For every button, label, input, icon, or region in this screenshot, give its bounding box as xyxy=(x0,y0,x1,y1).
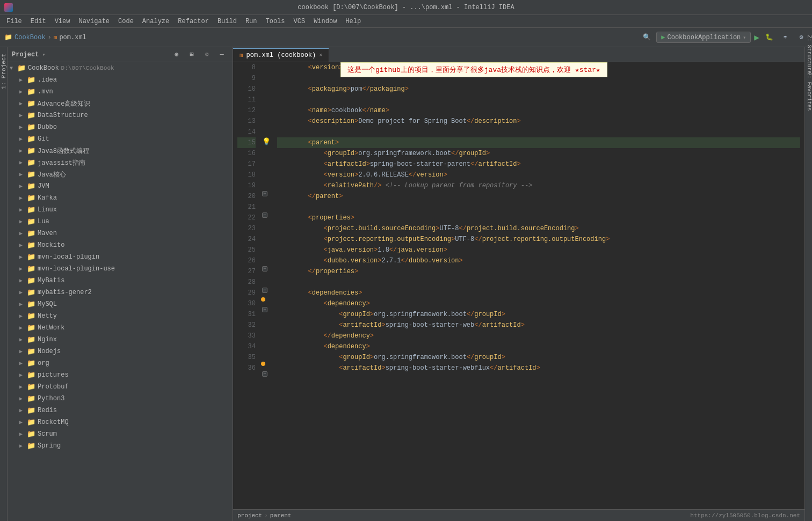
fold-marker-line34[interactable]: − xyxy=(262,371,267,377)
netty-label: Netty xyxy=(38,312,57,320)
settings-icon[interactable]: ⚙ xyxy=(200,48,213,61)
tree-item-javacore[interactable]: ▶ 📁 Java核心 xyxy=(8,168,233,180)
lua-folder-icon: 📁 xyxy=(27,217,35,226)
tree-item-kafka[interactable]: ▶ 📁 Kafka xyxy=(8,192,233,204)
tree-item-mysql[interactable]: ▶ 📁 MySQL xyxy=(8,298,233,310)
expand-all-icon[interactable]: ⊞ xyxy=(185,48,198,61)
tree-item-scrum[interactable]: ▶ 📁 Scrum xyxy=(8,428,233,440)
linux-arrow: ▶ xyxy=(19,207,27,213)
tree-item-mvnpluginuse[interactable]: ▶ 📁 mvn-local-plugin-use xyxy=(8,263,233,275)
locate-icon[interactable]: ⊕ xyxy=(170,48,183,61)
breadcrumb-sep-1: › xyxy=(264,512,268,519)
structure-tab-vertical[interactable]: Z: Structure xyxy=(803,34,812,74)
tree-item-mockito[interactable]: ▶ 📁 Mockito xyxy=(8,239,233,251)
tree-item-javassist[interactable]: ▶ 📁 javassist指南 xyxy=(8,157,233,168)
tree-item-nginx[interactable]: ▶ 📁 Nginx xyxy=(8,334,233,346)
menu-run[interactable]: Run xyxy=(241,17,262,26)
maven-label: Maven xyxy=(38,230,57,237)
tree-item-java8[interactable]: ▶ 📁 Java8函数式编程 xyxy=(8,145,233,157)
protobuf-folder-icon: 📁 xyxy=(27,383,35,391)
javacore-folder-icon: 📁 xyxy=(27,170,35,179)
sidebar-dropdown-icon[interactable]: ▾ xyxy=(42,52,45,58)
tree-item-spring[interactable]: ▶ 📁 Spring xyxy=(8,440,233,452)
tree-item-linux[interactable]: ▶ 📁 Linux xyxy=(8,204,233,216)
project-tab-vertical[interactable]: 1: Project xyxy=(0,49,8,93)
tree-item-network[interactable]: ▶ 📁 NetWork xyxy=(8,322,233,334)
menu-help[interactable]: Help xyxy=(341,17,365,26)
menu-navigate[interactable]: Navigate xyxy=(74,17,114,26)
debug-icon[interactable]: 🐛 xyxy=(763,31,775,44)
tree-item-git[interactable]: ▶ 📁 Git xyxy=(8,133,233,145)
fold-marker-line30[interactable]: − xyxy=(262,307,267,312)
lua-arrow: ▶ xyxy=(19,218,27,225)
menu-file[interactable]: File xyxy=(2,17,26,26)
left-tabs: 1: Project xyxy=(0,47,8,521)
menu-refactor[interactable]: Refactor xyxy=(173,17,213,26)
editor-tab-pom[interactable]: m pom.xml (cookbook) × xyxy=(233,48,329,62)
menu-window[interactable]: Window xyxy=(309,17,341,26)
git-label: Git xyxy=(38,135,49,143)
breadcrumb-project[interactable]: project xyxy=(237,512,262,519)
fold-marker-line22[interactable]: − xyxy=(262,212,267,218)
menu-bar: File Edit View Navigate Code Analyze Ref… xyxy=(0,15,812,28)
code-line-17: <artifactId>spring-boot-starter-parent</… xyxy=(277,159,800,170)
pom-tab-close[interactable]: × xyxy=(319,53,322,58)
menu-view[interactable]: View xyxy=(50,17,75,26)
search-everywhere-icon[interactable]: 🔍 xyxy=(640,31,653,44)
tree-item-mvnplugin[interactable]: ▶ 📁 mvn-local-plugin xyxy=(8,251,233,263)
tree-item-rocketmq[interactable]: ▶ 📁 RocketMQ xyxy=(8,416,233,428)
tree-item-protobuf[interactable]: ▶ 📁 Protobuf xyxy=(8,381,233,393)
run-config-label: CookbookApplication xyxy=(668,34,741,41)
tree-item-nodejs[interactable]: ▶ 📁 Nodejs xyxy=(8,346,233,357)
code-line-32: <artifactId>spring-boot-starter-web</art… xyxy=(277,320,800,331)
tree-item-advance[interactable]: ▶ 📁 Advance高级知识 xyxy=(8,98,233,109)
tree-item-jvm[interactable]: ▶ 📁 JVM xyxy=(8,180,233,192)
editor-tabs: m pom.xml (cookbook) × xyxy=(233,47,804,62)
intellij-logo xyxy=(4,3,13,12)
coverage-icon[interactable]: ☂ xyxy=(779,31,792,44)
run-button[interactable]: ▶ xyxy=(754,32,759,43)
rocketmq-label: RocketMQ xyxy=(38,419,69,426)
menu-vcs[interactable]: VCS xyxy=(289,17,310,26)
breadcrumb-parent[interactable]: parent xyxy=(270,512,292,519)
tree-item-org[interactable]: ▶ 📁 org xyxy=(8,357,233,369)
menu-analyze[interactable]: Analyze xyxy=(138,17,173,26)
close-sidebar-icon[interactable]: — xyxy=(215,48,228,61)
fold-marker-line20[interactable]: − xyxy=(262,191,267,196)
mvn-folder-icon: 📁 xyxy=(27,87,35,96)
run-config-dropdown[interactable]: ▶ CookbookApplication ▾ xyxy=(656,32,751,43)
advance-arrow: ▶ xyxy=(19,100,27,107)
favorites-tab-vertical[interactable]: 2: Favorites xyxy=(803,71,812,111)
mvn-arrow: ▶ xyxy=(19,89,27,95)
tree-item-idea[interactable]: ▶ 📁 .idea xyxy=(8,74,233,86)
tree-root[interactable]: ▼ 📁 CookBook D:\007\CookBook xyxy=(8,62,233,74)
tree-item-mvn[interactable]: ▶ 📁 .mvn xyxy=(8,86,233,98)
tree-item-maven[interactable]: ▶ 📁 Maven xyxy=(8,228,233,239)
fold-marker-line29[interactable]: − xyxy=(262,288,267,293)
tree-item-redis[interactable]: ▶ 📁 Redis xyxy=(8,405,233,416)
tree-item-python3[interactable]: ▶ 📁 Python3 xyxy=(8,393,233,405)
toolbar-file-name[interactable]: pom.xml xyxy=(59,34,86,41)
javacore-label: Java核心 xyxy=(38,170,66,179)
menu-build[interactable]: Build xyxy=(213,17,241,26)
tree-item-datastructure[interactable]: ▶ 📁 DataStructure xyxy=(8,109,233,121)
netty-arrow: ▶ xyxy=(19,313,27,319)
fold-marker-line27[interactable]: − xyxy=(262,266,267,271)
menu-code[interactable]: Code xyxy=(114,17,138,26)
spring-label: Spring xyxy=(38,442,61,450)
tree-item-mybatis[interactable]: ▶ 📁 MyBatis xyxy=(8,275,233,287)
tree-item-pictures[interactable]: ▶ 📁 pictures xyxy=(8,369,233,381)
tree-item-mybatisgener[interactable]: ▶ 📁 mybatis-gener2 xyxy=(8,287,233,298)
tree-item-dubbo[interactable]: ▶ 📁 Dubbo xyxy=(8,121,233,133)
jvm-label: JVM xyxy=(38,182,49,190)
code-gutter: 💡 − − − − xyxy=(260,62,273,509)
menu-tools[interactable]: Tools xyxy=(262,17,289,26)
linux-folder-icon: 📁 xyxy=(27,206,35,214)
toolbar-project-name[interactable]: CookBook xyxy=(15,34,46,41)
tree-item-lua[interactable]: ▶ 📁 Lua xyxy=(8,216,233,228)
pom-tab-icon: m xyxy=(240,52,243,58)
bulb-icon-line15[interactable]: 💡 xyxy=(262,137,271,146)
menu-edit[interactable]: Edit xyxy=(26,17,50,26)
code-content[interactable]: <version>0.0.1-SNAPSHOT</version> <packa… xyxy=(273,62,804,509)
tree-item-netty[interactable]: ▶ 📁 Netty xyxy=(8,310,233,322)
